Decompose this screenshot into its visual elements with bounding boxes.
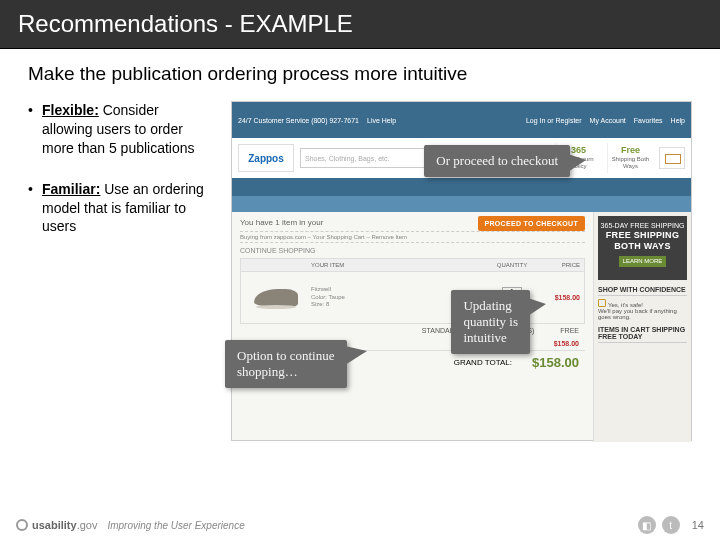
account-link[interactable]: My Account [590, 117, 626, 124]
page-number: 14 [692, 519, 704, 531]
callout-quantity: Updating quantity is intuitive [451, 290, 530, 354]
footer-brand: usability.gov Improving the User Experie… [16, 519, 245, 531]
footer-tagline: Improving the User Experience [107, 520, 244, 531]
lock-icon [598, 299, 606, 307]
shipping-badge: FreeShipping Both Ways [607, 143, 653, 173]
slide-title-bar: Recommendations - EXAMPLE [0, 0, 720, 49]
product-image[interactable] [245, 278, 307, 318]
shipping-row: STANDARD (4-5 BUSINESS DAYS)FREE [240, 324, 585, 337]
cart-sidebar: 365-DAY FREE SHIPPING FREE SHIPPING BOTH… [593, 212, 691, 442]
confidence-box: SHOP WITH CONFIDENCE Yes, it's safe! We'… [598, 286, 687, 320]
zappos-topbar: 24/7 Customer Service (800) 927-7671 Liv… [232, 102, 691, 138]
slide-subtitle: Make the publication ordering process mo… [28, 63, 692, 85]
help-link[interactable]: Help [671, 117, 685, 124]
callout-continue: Option to continue shopping… [225, 340, 347, 388]
slide-title: Recommendations - EXAMPLE [18, 10, 353, 37]
continue-shopping-link[interactable]: CONTINUE SHOPPING [240, 247, 585, 254]
promo-banner: 365-DAY FREE SHIPPING FREE SHIPPING BOTH… [598, 216, 687, 280]
slide-footer: usability.gov Improving the User Experie… [0, 510, 720, 540]
bullet-lead: Flexible: [42, 102, 99, 118]
slide-content: Make the publication ordering process mo… [0, 49, 720, 455]
checkout-button[interactable]: PROCEED TO CHECKOUT [478, 216, 585, 231]
cart-icon[interactable] [659, 147, 685, 169]
gear-icon [16, 519, 28, 531]
ship-today-box: ITEMS IN CART SHIPPING FREE TODAY [598, 326, 687, 343]
live-help-link[interactable]: Live Help [367, 117, 396, 124]
zappos-nav [232, 178, 691, 196]
remove-item-row: Buying from zappos.com – Your Shopping C… [240, 231, 585, 243]
zappos-subnav [232, 196, 691, 212]
login-link[interactable]: Log In or Register [526, 117, 582, 124]
cart-main: You have 1 item in your PROCEED TO CHECK… [232, 212, 593, 442]
social-icon[interactable]: ◧ [638, 516, 656, 534]
cart-table-header: YOUR ITEM QUANTITY PRICE [240, 258, 585, 272]
callout-checkout: Or proceed to checkout [424, 145, 570, 177]
search-placeholder: Shoes, Clothing, Bags, etc. [305, 155, 389, 162]
bullet-item: • Familiar: Use an ordering model that i… [28, 180, 213, 237]
bullet-item: • Flexible: Consider allowing users to o… [28, 101, 213, 158]
cs-phone: 24/7 Customer Service (800) 927-7671 [238, 117, 359, 124]
bullet-column: • Flexible: Consider allowing users to o… [28, 101, 213, 441]
favorites-link[interactable]: Favorites [634, 117, 663, 124]
twitter-icon[interactable]: t [662, 516, 680, 534]
bullet-lead: Familiar: [42, 181, 100, 197]
learn-more-button[interactable]: LEARN MORE [619, 256, 667, 267]
zappos-logo[interactable]: Zappos [238, 144, 294, 172]
